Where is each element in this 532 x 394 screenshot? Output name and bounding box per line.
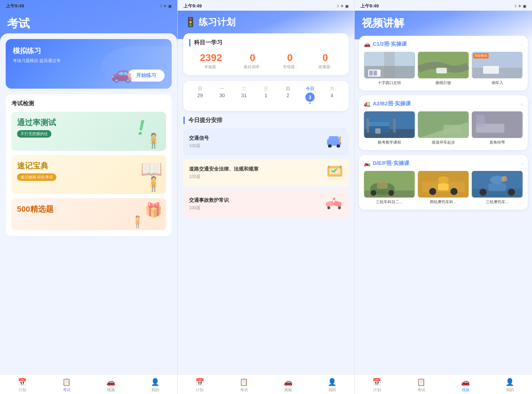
arrow-icon-a2b2[interactable]: ›	[521, 101, 523, 107]
thumb-img-a2-1	[364, 111, 415, 138]
nav-exam-2[interactable]: 📋 考试	[222, 378, 266, 393]
svg-rect-10	[340, 165, 341, 168]
status-icons-2: ☽ ✈ ▣	[336, 4, 349, 9]
cal-day-tue[interactable]: 二 31	[233, 86, 255, 104]
video-thumb-trike-moto[interactable]: 三轮摩托车...	[472, 171, 523, 205]
cal-day-thu[interactable]: 四 2	[277, 86, 299, 104]
stat-wrong[interactable]: 0 答错题 ›	[283, 52, 297, 70]
status-icons-1: ☽ ✈ ▣	[159, 4, 172, 9]
nav-plan-3[interactable]: 📅 计划	[355, 378, 399, 393]
calendar-row: 日 29 一 30 二 31 三 1 四 2	[189, 86, 343, 104]
mine-icon-3: 👤	[505, 378, 514, 386]
plan-content: 科目一学习 2392 未做题 › 0 最好成绩 › 0 答错题 › 0 收藏题 …	[178, 33, 354, 374]
task-car-icon-1	[325, 133, 343, 151]
video-thumb-slope[interactable]: 坡道停车起步	[418, 111, 469, 145]
video-content: 🚗 C1/2照·实操课 ›	[355, 36, 532, 374]
cal-day-sat[interactable]: 六 4	[321, 86, 343, 104]
thumbnails-c12: 十字路口左转 曲线行驶 驾驶教程	[364, 52, 523, 85]
task-road-law[interactable]: 道路交通安全法律、法规和规章 100题	[183, 159, 349, 187]
signal-icon-3: ✈	[518, 4, 521, 9]
truck-icon-a2b2: 🚛	[364, 101, 371, 107]
car-deco-icon: 🚗	[111, 63, 133, 83]
nav-video-2[interactable]: 🚗 视频	[266, 378, 310, 393]
thumb-img-def-2	[418, 171, 469, 198]
arrow-icon-def[interactable]: ›	[521, 161, 523, 166]
test-card-pass-rate[interactable]: ! 🧍 通过率测试 不打无把握的仗	[11, 112, 166, 151]
test-card-500-questions[interactable]: 🎁 🧍 500精选题	[11, 198, 166, 230]
section-header-a2b2: 🚛 A2/B2照·实操课 ›	[364, 100, 523, 107]
video-thumb-post-exam[interactable]: 桩考教学课程	[364, 111, 415, 145]
video-thumb-curve[interactable]: 曲线行驶	[418, 52, 469, 85]
status-time-3: 上午9:49	[360, 3, 379, 9]
stats-row: 2392 未做题 › 0 最好成绩 › 0 答错题 › 0 收藏题 ›	[189, 52, 343, 70]
thumb-img-a2-3	[472, 111, 523, 138]
svg-rect-26	[483, 66, 499, 74]
cal-day-wed[interactable]: 三 1	[255, 86, 277, 104]
thumb-img-def-1	[364, 171, 415, 198]
task-info-3: 交通事故救护常识 100题	[189, 197, 229, 211]
video-icon-2: 🚗	[284, 378, 293, 386]
cal-day-mon[interactable]: 一 30	[211, 86, 233, 104]
nav-mine-3[interactable]: 👤 我的	[488, 378, 532, 393]
svg-rect-56	[488, 183, 506, 191]
schedule-title: 今日提分安排	[183, 117, 349, 124]
video-thumb-intersection[interactable]: 十字路口左转	[364, 52, 415, 85]
status-time-1: 上午9:49	[6, 3, 24, 9]
cal-day-sun[interactable]: 日 29	[189, 86, 211, 104]
thumbnails-def: 三轮车科目二... 两轮摩托车科...	[364, 171, 523, 205]
practice-card[interactable]: 模拟练习 考场习题模拟 提高通过率 开始练习 🚗	[6, 39, 172, 89]
task-title-1: 交通信号	[189, 135, 209, 141]
task-info-2: 道路交通安全法律、法规和规章 100题	[189, 166, 259, 180]
panel3-header: 视频讲解	[355, 11, 532, 39]
video-thumb-right-angle[interactable]: 直角转弯	[472, 111, 523, 145]
stat-undone[interactable]: 2392 未做题 ›	[200, 52, 222, 70]
section-title-a2b2: 🚛 A2/B2照·实操课	[364, 100, 411, 107]
svg-rect-32	[366, 118, 369, 133]
nav-mine-2[interactable]: 👤 我的	[310, 378, 355, 393]
svg-point-44	[388, 190, 394, 196]
speed-memo-tag: 速记秘籍 轻松考试	[17, 173, 56, 181]
video-thumb-moto-s2[interactable]: 两轮摩托车科...	[418, 171, 469, 205]
thumb-img-def-3	[472, 171, 523, 198]
start-practice-button[interactable]: 开始练习	[128, 70, 165, 82]
mine-label-1: 我的	[151, 387, 159, 393]
figure-decoration-3: 🧍	[131, 215, 145, 228]
selected-questions-title: 500精选题	[17, 204, 160, 215]
nav-video-3[interactable]: 🚗 视频	[443, 378, 488, 393]
battery-icon-2: ▣	[345, 4, 349, 9]
nav-video-1[interactable]: 🚗 视频	[89, 378, 133, 393]
nav-plan-1[interactable]: 📅 计划	[0, 378, 44, 393]
arrow-icon-c12[interactable]: ›	[521, 41, 523, 47]
panel1-header: 考试	[0, 11, 177, 37]
svg-point-14	[327, 206, 330, 209]
svg-rect-23	[436, 68, 447, 73]
test-section: 考试检测 ! 🧍 通过率测试 不打无把握的仗 📖 🧍 速记宝典 速记秘籍 轻松考…	[6, 94, 172, 236]
battery-icon: ▣	[168, 4, 172, 9]
panel-kaoshi: 上午9:49 ☽ ✈ ▣ 考试 模拟练习 考场习题模拟 提高通过率 开始练习 🚗…	[0, 0, 177, 394]
plan-label-1: 计划	[18, 387, 26, 393]
test-card-speed-memo[interactable]: 📖 🧍 速记宝典 速记秘籍 轻松考试	[11, 155, 166, 194]
status-icons-3: ☽ ✈ ▣	[513, 4, 526, 9]
task-title-3: 交通事故救护常识	[189, 197, 229, 204]
nav-plan-2[interactable]: 📅 计划	[178, 378, 222, 393]
stat-collect[interactable]: 0 收藏题 ›	[318, 52, 332, 70]
bottom-nav-2: 📅 计划 📋 考试 🚗 视频 👤 我的	[178, 374, 354, 394]
nav-exam-1[interactable]: 📋 考试	[44, 378, 89, 393]
task-traffic-signal[interactable]: 交通信号 100题	[183, 128, 349, 156]
mine-label-2: 我的	[328, 387, 336, 393]
practice-card-subtitle: 考场习题模拟 提高通过率	[13, 58, 165, 64]
subject-card: 科目一学习 2392 未做题 › 0 最好成绩 › 0 答错题 › 0 收藏题 …	[183, 33, 349, 75]
cal-day-today[interactable]: 今日 3	[299, 86, 321, 104]
video-thumb-reverse[interactable]: 驾驶教程 倒车入	[472, 52, 523, 85]
task-accident[interactable]: 交通事故救护常识 100题 ✕	[183, 190, 349, 218]
nav-exam-3[interactable]: 📋 考试	[399, 378, 443, 393]
video-thumb-trike-s2[interactable]: 三轮车科目二...	[364, 171, 415, 205]
svg-rect-20	[369, 71, 373, 76]
stat-best[interactable]: 0 最好成绩 ›	[244, 52, 261, 70]
stat-best-label: 最好成绩 ›	[244, 64, 261, 70]
section-header-def: 🏍️ D/E/F照·实操课 ›	[364, 160, 523, 167]
svg-point-43	[371, 190, 376, 196]
thumb-label-c1-2: 曲线行驶	[418, 80, 469, 85]
status-bar-2: 上午9:49 ☽ ✈ ▣	[178, 0, 354, 11]
nav-mine-1[interactable]: 👤 我的	[133, 378, 177, 393]
